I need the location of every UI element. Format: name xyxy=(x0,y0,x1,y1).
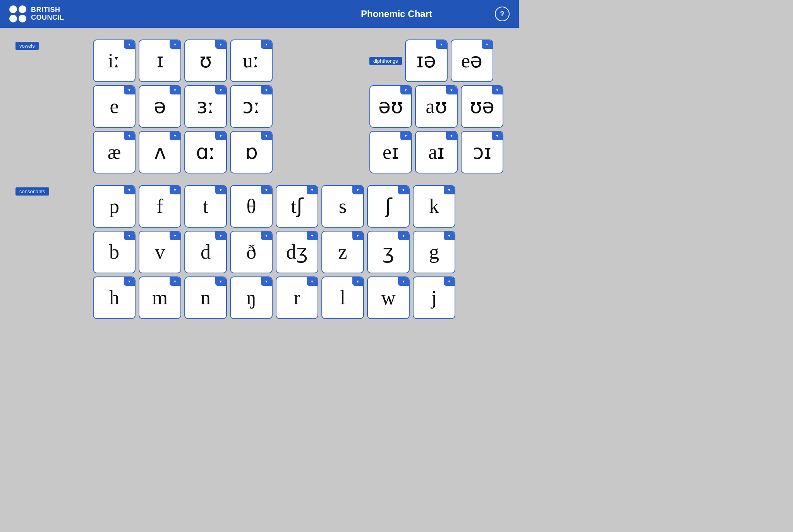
phoneme-card-d[interactable]: ɒ xyxy=(230,131,273,173)
phoneme-symbol-eI: eɪ xyxy=(383,142,399,162)
phoneme-card-zh[interactable]: ʒ xyxy=(367,231,410,273)
dropdown-g[interactable] xyxy=(444,232,455,240)
dropdown-eI[interactable] xyxy=(400,132,411,140)
phoneme-card-Ia[interactable]: ɪə xyxy=(405,39,448,82)
phoneme-card-aU[interactable]: əʊ xyxy=(369,85,412,128)
phoneme-card-t[interactable]: t xyxy=(184,185,227,228)
dropdown-j[interactable] xyxy=(444,277,455,286)
dropdown-theta[interactable] xyxy=(261,186,272,194)
phoneme-card-r[interactable]: r xyxy=(276,276,318,319)
dropdown-d2[interactable] xyxy=(215,232,226,240)
phoneme-symbol-l: l xyxy=(340,288,345,308)
dropdown-n[interactable] xyxy=(215,277,226,286)
dropdown-schwa[interactable] xyxy=(170,86,180,94)
phoneme-card-sh[interactable]: ʃ xyxy=(367,185,410,228)
phoneme-symbol-aa: ɑː xyxy=(196,142,216,162)
phoneme-card-I[interactable]: ɪ xyxy=(139,39,181,82)
consonants-grid: p f t θ tʃ xyxy=(93,181,503,319)
dropdown-aU[interactable] xyxy=(400,86,411,94)
dropdown-oI[interactable] xyxy=(492,132,503,140)
dropdown-tsh[interactable] xyxy=(307,186,318,194)
dropdown-m[interactable] xyxy=(170,277,180,286)
dropdown-ea[interactable] xyxy=(482,40,493,49)
dropdown-oo[interactable] xyxy=(261,86,272,94)
phoneme-card-w[interactable]: w xyxy=(367,276,410,319)
dropdown-f[interactable] xyxy=(170,186,180,194)
phoneme-card-theta[interactable]: θ xyxy=(230,185,273,228)
logo-dots xyxy=(9,5,26,22)
phoneme-card-tsh[interactable]: tʃ xyxy=(276,185,318,228)
dropdown-Ia[interactable] xyxy=(436,40,447,49)
dropdown-ng[interactable] xyxy=(261,277,272,286)
dropdown-h[interactable] xyxy=(124,277,135,286)
phoneme-symbol-oI: ɔɪ xyxy=(473,142,491,162)
dropdown-I[interactable] xyxy=(170,40,180,49)
dropdown-p[interactable] xyxy=(124,186,135,194)
phoneme-card-U[interactable]: ʊ xyxy=(184,39,227,82)
phoneme-card-ae[interactable]: æ xyxy=(93,131,136,173)
dropdown-w[interactable] xyxy=(398,277,409,286)
phoneme-card-k[interactable]: k xyxy=(413,185,455,228)
phoneme-card-d[interactable]: d xyxy=(184,231,227,273)
phoneme-card-b[interactable]: b xyxy=(93,231,136,273)
phoneme-symbol-zh: ʒ xyxy=(383,242,394,262)
phoneme-card-e[interactable]: e xyxy=(93,85,136,128)
dropdown-d[interactable] xyxy=(261,132,272,140)
phoneme-card-h[interactable]: h xyxy=(93,276,136,319)
phoneme-card-aa[interactable]: ɑː xyxy=(184,131,227,173)
phoneme-card-s[interactable]: s xyxy=(321,185,364,228)
phoneme-card-eI[interactable]: eɪ xyxy=(369,131,412,173)
dropdown-l[interactable] xyxy=(352,277,363,286)
phoneme-card-ng[interactable]: ŋ xyxy=(230,276,273,319)
dropdown-Ua[interactable] xyxy=(492,86,503,94)
dropdown-eth[interactable] xyxy=(261,232,272,240)
dropdown-aI[interactable] xyxy=(446,132,457,140)
phoneme-card-eth[interactable]: ð xyxy=(230,231,273,273)
dropdown-t[interactable] xyxy=(215,186,226,194)
dropdown-ii[interactable] xyxy=(124,40,135,49)
dropdown-r[interactable] xyxy=(307,277,318,286)
dropdown-v[interactable] xyxy=(170,232,180,240)
dropdown-au[interactable] xyxy=(446,86,457,94)
phoneme-card-oI[interactable]: ɔɪ xyxy=(461,131,503,173)
phoneme-card-l[interactable]: l xyxy=(321,276,364,319)
phoneme-card-aI[interactable]: aɪ xyxy=(415,131,458,173)
help-button[interactable]: ? xyxy=(495,7,510,21)
dropdown-s[interactable] xyxy=(352,186,363,194)
phoneme-symbol-3: ɜː xyxy=(197,96,215,117)
phoneme-card-au[interactable]: aʊ xyxy=(415,85,458,128)
dropdown-wedge[interactable] xyxy=(170,132,180,140)
dropdown-uu[interactable] xyxy=(261,40,272,49)
phoneme-card-m[interactable]: m xyxy=(139,276,181,319)
dropdown-sh[interactable] xyxy=(398,186,409,194)
dropdown-U[interactable] xyxy=(215,40,226,49)
phoneme-card-wedge[interactable]: ʌ xyxy=(139,131,181,173)
phoneme-card-p[interactable]: p xyxy=(93,185,136,228)
phoneme-card-3[interactable]: ɜː xyxy=(184,85,227,128)
dropdown-ae[interactable] xyxy=(124,132,135,140)
phoneme-card-f[interactable]: f xyxy=(139,185,181,228)
diphthongs-header-row: diphthongs ɪə eə xyxy=(369,36,503,82)
dropdown-k[interactable] xyxy=(444,186,455,194)
phoneme-card-dz[interactable]: dʒ xyxy=(276,231,318,273)
phoneme-card-uu[interactable]: uː xyxy=(230,39,273,82)
phoneme-card-schwa[interactable]: ə xyxy=(139,85,181,128)
dropdown-aa[interactable] xyxy=(215,132,226,140)
phoneme-card-ii[interactable]: iː xyxy=(93,39,136,82)
phoneme-symbol-k: k xyxy=(429,196,439,216)
phoneme-card-z[interactable]: z xyxy=(321,231,364,273)
dropdown-b[interactable] xyxy=(124,232,135,240)
phoneme-card-ea[interactable]: eə xyxy=(451,39,493,82)
dropdown-dz[interactable] xyxy=(307,232,318,240)
dropdown-z[interactable] xyxy=(352,232,363,240)
dropdown-zh[interactable] xyxy=(398,232,409,240)
dropdown-3[interactable] xyxy=(215,86,226,94)
phoneme-card-oo[interactable]: ɔː xyxy=(230,85,273,128)
phoneme-card-v[interactable]: v xyxy=(139,231,181,273)
phoneme-card-g[interactable]: g xyxy=(413,231,455,273)
phoneme-symbol-v: v xyxy=(155,242,165,262)
phoneme-card-j[interactable]: j xyxy=(413,276,455,319)
phoneme-card-Ua[interactable]: ʊə xyxy=(461,85,503,128)
phoneme-card-n[interactable]: n xyxy=(184,276,227,319)
dropdown-e[interactable] xyxy=(124,86,135,94)
